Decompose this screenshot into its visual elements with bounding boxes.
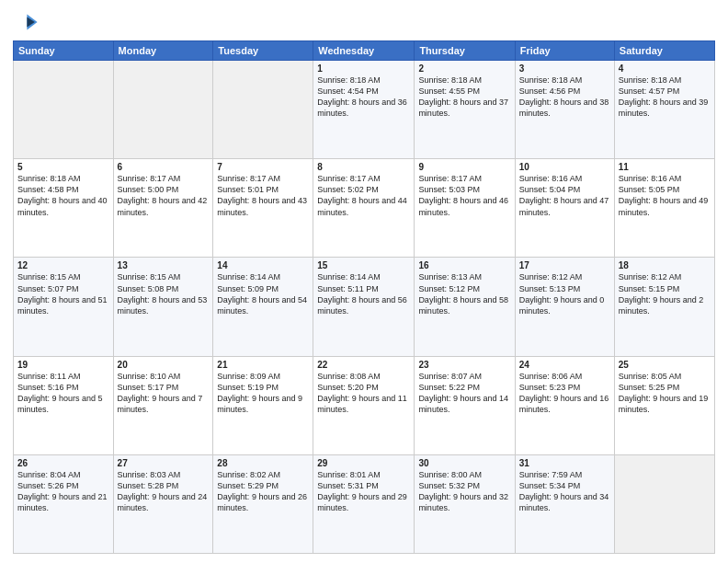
day-info: Sunrise: 8:06 AM Sunset: 5:23 PM Dayligh… bbox=[519, 371, 610, 416]
calendar-cell: 25Sunrise: 8:05 AM Sunset: 5:25 PM Dayli… bbox=[614, 356, 714, 454]
calendar-cell: 16Sunrise: 8:13 AM Sunset: 5:12 PM Dayli… bbox=[415, 258, 515, 356]
day-info: Sunrise: 8:18 AM Sunset: 4:54 PM Dayligh… bbox=[317, 75, 410, 120]
calendar-cell: 9Sunrise: 8:17 AM Sunset: 5:03 PM Daylig… bbox=[415, 159, 515, 258]
day-info: Sunrise: 8:07 AM Sunset: 5:22 PM Dayligh… bbox=[418, 371, 510, 416]
page: SundayMondayTuesdayWednesdayThursdayFrid… bbox=[0, 0, 728, 563]
day-number: 11 bbox=[619, 162, 711, 172]
day-number: 6 bbox=[118, 162, 210, 172]
calendar-cell: 12Sunrise: 8:15 AM Sunset: 5:07 PM Dayli… bbox=[14, 258, 114, 356]
day-number: 1 bbox=[317, 63, 410, 74]
day-info: Sunrise: 8:04 AM Sunset: 5:26 PM Dayligh… bbox=[17, 469, 109, 514]
day-header-tuesday: Tuesday bbox=[213, 41, 313, 61]
day-number: 19 bbox=[17, 360, 109, 370]
day-number: 30 bbox=[418, 458, 510, 468]
calendar-cell bbox=[113, 61, 213, 159]
day-number: 26 bbox=[17, 458, 109, 468]
calendar-cell: 13Sunrise: 8:15 AM Sunset: 5:08 PM Dayli… bbox=[113, 258, 213, 356]
calendar-cell: 10Sunrise: 8:16 AM Sunset: 5:04 PM Dayli… bbox=[515, 159, 614, 258]
day-number: 17 bbox=[519, 260, 610, 270]
calendar-cell: 5Sunrise: 8:18 AM Sunset: 4:58 PM Daylig… bbox=[14, 159, 114, 258]
calendar-cell: 20Sunrise: 8:10 AM Sunset: 5:17 PM Dayli… bbox=[113, 356, 213, 454]
calendar-cell bbox=[14, 61, 114, 159]
logo-icon bbox=[13, 9, 39, 35]
day-number: 14 bbox=[217, 260, 309, 270]
calendar-cell: 28Sunrise: 8:02 AM Sunset: 5:29 PM Dayli… bbox=[213, 454, 313, 553]
day-info: Sunrise: 8:11 AM Sunset: 5:16 PM Dayligh… bbox=[17, 371, 109, 416]
day-info: Sunrise: 8:18 AM Sunset: 4:58 PM Dayligh… bbox=[17, 173, 109, 218]
calendar-cell: 11Sunrise: 8:16 AM Sunset: 5:05 PM Dayli… bbox=[614, 159, 714, 258]
day-info: Sunrise: 8:10 AM Sunset: 5:17 PM Dayligh… bbox=[118, 371, 210, 416]
day-info: Sunrise: 8:18 AM Sunset: 4:55 PM Dayligh… bbox=[418, 75, 510, 120]
calendar-cell: 22Sunrise: 8:08 AM Sunset: 5:20 PM Dayli… bbox=[313, 356, 415, 454]
day-number: 8 bbox=[317, 162, 410, 172]
day-number: 27 bbox=[118, 458, 210, 468]
calendar-body: 1Sunrise: 8:18 AM Sunset: 4:54 PM Daylig… bbox=[14, 61, 715, 554]
day-header-saturday: Saturday bbox=[614, 41, 714, 61]
calendar-cell: 30Sunrise: 8:00 AM Sunset: 5:32 PM Dayli… bbox=[415, 454, 515, 553]
calendar-cell: 27Sunrise: 8:03 AM Sunset: 5:28 PM Dayli… bbox=[113, 454, 213, 553]
day-number: 10 bbox=[519, 162, 610, 172]
day-number: 3 bbox=[519, 63, 610, 74]
calendar-cell: 29Sunrise: 8:01 AM Sunset: 5:31 PM Dayli… bbox=[313, 454, 415, 553]
logo bbox=[13, 9, 42, 35]
day-number: 5 bbox=[17, 162, 109, 172]
day-info: Sunrise: 8:13 AM Sunset: 5:12 PM Dayligh… bbox=[418, 271, 510, 316]
calendar-cell: 3Sunrise: 8:18 AM Sunset: 4:56 PM Daylig… bbox=[515, 61, 614, 159]
day-number: 31 bbox=[519, 458, 610, 468]
day-info: Sunrise: 8:08 AM Sunset: 5:20 PM Dayligh… bbox=[317, 371, 410, 416]
day-info: Sunrise: 8:17 AM Sunset: 5:01 PM Dayligh… bbox=[217, 173, 309, 218]
day-info: Sunrise: 8:16 AM Sunset: 5:05 PM Dayligh… bbox=[619, 173, 711, 218]
day-number: 13 bbox=[118, 260, 210, 270]
calendar-cell: 24Sunrise: 8:06 AM Sunset: 5:23 PM Dayli… bbox=[515, 356, 614, 454]
day-info: Sunrise: 8:03 AM Sunset: 5:28 PM Dayligh… bbox=[118, 469, 210, 514]
day-info: Sunrise: 8:12 AM Sunset: 5:15 PM Dayligh… bbox=[619, 271, 711, 316]
day-info: Sunrise: 8:12 AM Sunset: 5:13 PM Dayligh… bbox=[519, 271, 610, 316]
day-info: Sunrise: 8:18 AM Sunset: 4:57 PM Dayligh… bbox=[619, 75, 711, 120]
day-number: 7 bbox=[217, 162, 309, 172]
day-number: 21 bbox=[217, 360, 309, 370]
calendar-cell: 8Sunrise: 8:17 AM Sunset: 5:02 PM Daylig… bbox=[313, 159, 415, 258]
day-info: Sunrise: 8:14 AM Sunset: 5:09 PM Dayligh… bbox=[217, 271, 309, 316]
day-number: 18 bbox=[619, 260, 711, 270]
calendar-cell: 31Sunrise: 7:59 AM Sunset: 5:34 PM Dayli… bbox=[515, 454, 614, 553]
day-number: 25 bbox=[619, 360, 711, 370]
calendar-cell bbox=[614, 454, 714, 553]
day-info: Sunrise: 8:09 AM Sunset: 5:19 PM Dayligh… bbox=[217, 371, 309, 416]
day-header-monday: Monday bbox=[113, 41, 213, 61]
day-header-wednesday: Wednesday bbox=[313, 41, 415, 61]
day-info: Sunrise: 8:00 AM Sunset: 5:32 PM Dayligh… bbox=[418, 469, 510, 514]
day-info: Sunrise: 8:17 AM Sunset: 5:02 PM Dayligh… bbox=[317, 173, 410, 218]
calendar-week-5: 26Sunrise: 8:04 AM Sunset: 5:26 PM Dayli… bbox=[14, 454, 715, 553]
calendar-week-1: 1Sunrise: 8:18 AM Sunset: 4:54 PM Daylig… bbox=[14, 61, 715, 159]
day-header-friday: Friday bbox=[515, 41, 614, 61]
calendar-cell: 4Sunrise: 8:18 AM Sunset: 4:57 PM Daylig… bbox=[614, 61, 714, 159]
calendar-cell: 15Sunrise: 8:14 AM Sunset: 5:11 PM Dayli… bbox=[313, 258, 415, 356]
day-number: 12 bbox=[17, 260, 109, 270]
day-number: 4 bbox=[619, 63, 711, 74]
day-number: 29 bbox=[317, 458, 410, 468]
day-number: 28 bbox=[217, 458, 309, 468]
day-info: Sunrise: 8:18 AM Sunset: 4:56 PM Dayligh… bbox=[519, 75, 610, 120]
day-info: Sunrise: 7:59 AM Sunset: 5:34 PM Dayligh… bbox=[519, 469, 610, 514]
calendar-cell: 26Sunrise: 8:04 AM Sunset: 5:26 PM Dayli… bbox=[14, 454, 114, 553]
day-header-sunday: Sunday bbox=[14, 41, 114, 61]
day-info: Sunrise: 8:14 AM Sunset: 5:11 PM Dayligh… bbox=[317, 271, 410, 316]
day-info: Sunrise: 8:05 AM Sunset: 5:25 PM Dayligh… bbox=[619, 371, 711, 416]
calendar-cell: 1Sunrise: 8:18 AM Sunset: 4:54 PM Daylig… bbox=[313, 61, 415, 159]
day-number: 20 bbox=[118, 360, 210, 370]
day-number: 16 bbox=[418, 260, 510, 270]
calendar-week-2: 5Sunrise: 8:18 AM Sunset: 4:58 PM Daylig… bbox=[14, 159, 715, 258]
calendar-cell: 14Sunrise: 8:14 AM Sunset: 5:09 PM Dayli… bbox=[213, 258, 313, 356]
day-info: Sunrise: 8:01 AM Sunset: 5:31 PM Dayligh… bbox=[317, 469, 410, 514]
day-number: 9 bbox=[418, 162, 510, 172]
day-info: Sunrise: 8:02 AM Sunset: 5:29 PM Dayligh… bbox=[217, 469, 309, 514]
calendar-cell bbox=[213, 61, 313, 159]
day-header-thursday: Thursday bbox=[415, 41, 515, 61]
calendar-cell: 7Sunrise: 8:17 AM Sunset: 5:01 PM Daylig… bbox=[213, 159, 313, 258]
calendar-week-3: 12Sunrise: 8:15 AM Sunset: 5:07 PM Dayli… bbox=[14, 258, 715, 356]
day-number: 2 bbox=[418, 63, 510, 74]
calendar-week-4: 19Sunrise: 8:11 AM Sunset: 5:16 PM Dayli… bbox=[14, 356, 715, 454]
header bbox=[13, 9, 715, 35]
day-info: Sunrise: 8:17 AM Sunset: 5:00 PM Dayligh… bbox=[118, 173, 210, 218]
day-info: Sunrise: 8:17 AM Sunset: 5:03 PM Dayligh… bbox=[418, 173, 510, 218]
